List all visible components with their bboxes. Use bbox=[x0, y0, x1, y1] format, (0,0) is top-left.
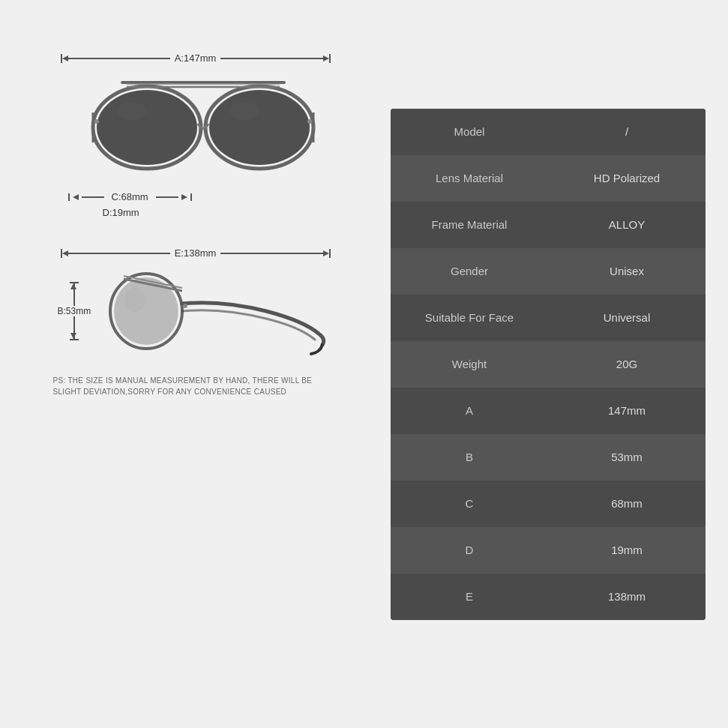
svg-point-10 bbox=[229, 102, 259, 120]
spec-value: Universal bbox=[548, 300, 706, 335]
spec-key: D bbox=[391, 532, 548, 568]
spec-value: / bbox=[548, 114, 706, 149]
spec-key: Frame Material bbox=[391, 207, 548, 242]
svg-point-12 bbox=[307, 119, 312, 124]
spec-key: Weight bbox=[391, 346, 548, 382]
h-line-left bbox=[68, 58, 170, 59]
arrow-c-left bbox=[73, 194, 79, 200]
spec-key: A bbox=[391, 393, 548, 428]
svg-point-9 bbox=[117, 102, 147, 120]
tick-b-bottom bbox=[70, 339, 79, 340]
arrow-c-right bbox=[181, 194, 187, 200]
dim-b-label: B:53mm bbox=[53, 306, 96, 316]
spec-key: E bbox=[391, 579, 548, 614]
spec-row: Suitable For FaceUniversal bbox=[391, 295, 706, 341]
h-line-e-right bbox=[220, 253, 322, 254]
spec-value: 20G bbox=[548, 346, 706, 382]
dim-cd-row: C:68mm bbox=[68, 191, 192, 202]
spec-value: ALLOY bbox=[548, 207, 706, 242]
arrow-e-left bbox=[62, 250, 68, 256]
h-line-c bbox=[82, 196, 104, 198]
dim-e-label: E:138mm bbox=[170, 247, 221, 259]
dimension-e-container: E:138mm bbox=[53, 247, 338, 259]
ps-note: PS: THE SIZE IS MANUAL MEASUREMENT BY HA… bbox=[53, 375, 338, 397]
spec-key: Gender bbox=[391, 253, 548, 289]
spec-value: 147mm bbox=[548, 393, 706, 428]
b-label-col: B:53mm bbox=[53, 282, 96, 340]
spec-row: D19mm bbox=[391, 527, 706, 574]
svg-point-4 bbox=[209, 90, 310, 165]
dim-cd-container: C:68mm D:19mm bbox=[53, 191, 338, 219]
glasses-side-wrapper: B:53mm bbox=[53, 262, 338, 360]
spec-row: E138mm bbox=[391, 574, 706, 620]
arrow-e-right bbox=[323, 250, 329, 256]
spec-value: HD Polarized bbox=[548, 160, 706, 196]
spec-row: Model/ bbox=[391, 109, 706, 155]
spec-key: C bbox=[391, 486, 548, 521]
spec-row: B53mm bbox=[391, 434, 706, 481]
spec-key: Suitable For Face bbox=[391, 300, 548, 335]
arrow-right bbox=[323, 55, 329, 61]
h-line-c2 bbox=[156, 196, 178, 198]
tick-c-right bbox=[190, 193, 192, 201]
main-container: A:147mm bbox=[0, 0, 728, 728]
tick-e-right bbox=[329, 249, 331, 258]
spec-row: GenderUnisex bbox=[391, 248, 706, 295]
v-line-top bbox=[73, 283, 75, 306]
spec-row: C68mm bbox=[391, 481, 706, 527]
spec-key: Lens Material bbox=[391, 160, 548, 196]
left-panel: A:147mm bbox=[22, 30, 368, 698]
arrow-left bbox=[62, 55, 68, 61]
spec-value: 53mm bbox=[548, 439, 706, 475]
dim-a-label: A:147mm bbox=[170, 52, 221, 64]
spec-key: Model bbox=[391, 114, 548, 149]
h-line-e-left bbox=[68, 253, 170, 254]
specs-table: Model/Lens MaterialHD PolarizedFrame Mat… bbox=[391, 109, 706, 620]
glasses-front-view bbox=[76, 67, 316, 187]
glasses-side-view bbox=[101, 262, 337, 360]
spec-key: B bbox=[391, 439, 548, 475]
svg-point-18 bbox=[183, 304, 187, 308]
spec-value: Unisex bbox=[548, 253, 706, 289]
spec-value: 138mm bbox=[548, 579, 706, 614]
spec-value: 68mm bbox=[548, 486, 706, 521]
spec-row: A147mm bbox=[391, 388, 706, 434]
spec-row: Lens MaterialHD Polarized bbox=[391, 155, 706, 202]
svg-point-2 bbox=[97, 90, 197, 165]
h-line-right bbox=[220, 58, 322, 59]
spec-row: Weight20G bbox=[391, 341, 706, 388]
spec-row: Frame MaterialALLOY bbox=[391, 202, 706, 248]
dimension-a-container: A:147mm bbox=[53, 52, 338, 64]
dim-d-label: D:19mm bbox=[98, 207, 144, 218]
spec-value: 19mm bbox=[548, 532, 706, 568]
svg-point-11 bbox=[94, 119, 99, 124]
tick-c-left bbox=[68, 193, 70, 201]
tick-right bbox=[329, 54, 331, 63]
v-line-bottom bbox=[73, 316, 75, 339]
dim-c-label: C:68mm bbox=[107, 191, 153, 202]
side-section: E:138mm B:53mm bbox=[53, 247, 338, 360]
svg-point-17 bbox=[124, 288, 145, 312]
